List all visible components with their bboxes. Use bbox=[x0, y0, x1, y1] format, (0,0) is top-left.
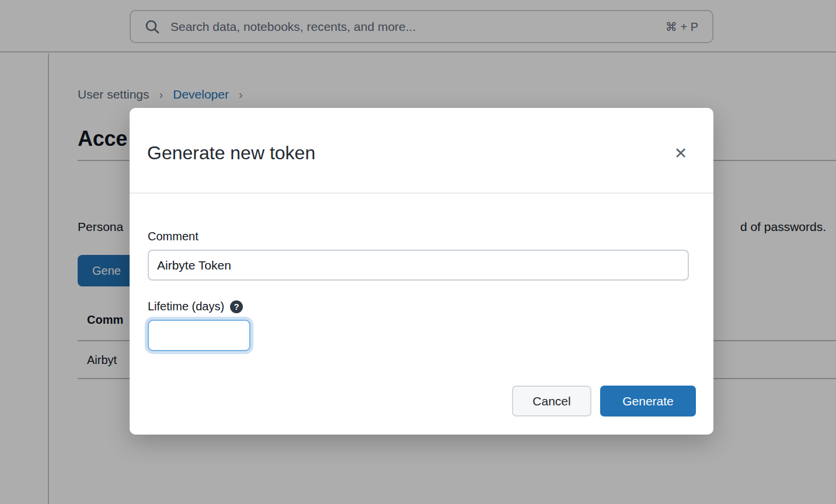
generate-button[interactable]: Generate bbox=[600, 386, 696, 416]
lifetime-label-text: Lifetime (days) bbox=[148, 300, 224, 313]
modal-header: Generate new token ✕ bbox=[130, 108, 713, 194]
generate-token-modal: Generate new token ✕ Comment Lifetime (d… bbox=[130, 108, 713, 435]
modal-body: Comment Lifetime (days) ? bbox=[130, 230, 713, 351]
comment-input[interactable] bbox=[148, 250, 689, 281]
lifetime-label: Lifetime (days) ? bbox=[148, 300, 689, 313]
help-icon[interactable]: ? bbox=[230, 300, 243, 313]
close-icon[interactable]: ✕ bbox=[670, 143, 691, 164]
modal-footer: Cancel Generate bbox=[512, 386, 696, 416]
comment-label: Comment bbox=[148, 230, 689, 243]
modal-title: Generate new token bbox=[147, 142, 315, 164]
cancel-button[interactable]: Cancel bbox=[512, 386, 591, 416]
lifetime-input[interactable] bbox=[148, 320, 250, 351]
